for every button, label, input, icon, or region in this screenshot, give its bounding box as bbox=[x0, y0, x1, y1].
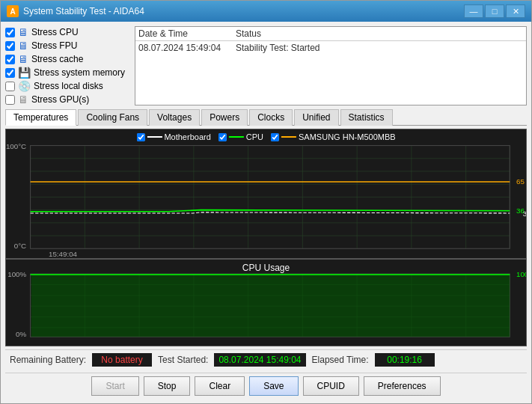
start-button[interactable]: Start bbox=[91, 376, 138, 396]
status-table-header: Date & Time Status bbox=[135, 27, 526, 41]
stress-memory-label: Stress system memory bbox=[34, 67, 125, 78]
top-section: 🖥 Stress CPU 🖥 Stress FPU 🖥 Stress cache… bbox=[5, 26, 527, 105]
checkbox-stress-fpu[interactable]: 🖥 Stress FPU bbox=[5, 40, 129, 52]
datetime-header: Date & Time bbox=[138, 28, 236, 39]
title-bar: A System Stability Test - AIDA64 — □ ✕ bbox=[1, 1, 531, 22]
legend-motherboard: Motherboard bbox=[136, 132, 210, 141]
remaining-battery-value: No battery bbox=[92, 353, 152, 367]
remaining-battery-label: Remaining Battery: bbox=[10, 355, 86, 365]
stress-gpu-checkbox[interactable] bbox=[5, 95, 15, 105]
legend-motherboard-checkbox[interactable] bbox=[136, 133, 144, 141]
legend-cpu-checkbox[interactable] bbox=[218, 133, 227, 141]
close-button[interactable]: ✕ bbox=[506, 4, 525, 18]
test-started-label: Test Started: bbox=[158, 355, 208, 365]
temp-chart-svg: 100°C 0°C 15:49:04 bbox=[6, 129, 526, 258]
legend-cpu: CPU bbox=[218, 132, 263, 141]
tab-temperatures[interactable]: Temperatures bbox=[5, 109, 76, 126]
cpu-usage-chart: CPU Usage bbox=[5, 259, 527, 346]
stress-options: 🖥 Stress CPU 🖥 Stress FPU 🖥 Stress cache… bbox=[5, 26, 129, 105]
temperature-chart: Motherboard CPU SAMSUNG HN-M500MBB bbox=[5, 129, 527, 259]
stop-button[interactable]: Stop bbox=[144, 376, 191, 396]
main-window: A System Stability Test - AIDA64 — □ ✕ 🖥… bbox=[0, 0, 532, 404]
legend-cpu-label: CPU bbox=[246, 132, 263, 141]
tab-clocks[interactable]: Clocks bbox=[249, 109, 293, 126]
app-icon: A bbox=[7, 5, 19, 17]
chart-legend: Motherboard CPU SAMSUNG HN-M500MBB bbox=[136, 132, 395, 141]
checkbox-stress-gpu[interactable]: 🖥 Stress GPU(s) bbox=[5, 94, 129, 105]
tab-cooling-fans[interactable]: Cooling Fans bbox=[78, 109, 147, 126]
stress-disks-label: Stress local disks bbox=[34, 81, 103, 91]
svg-text:65: 65 bbox=[516, 177, 525, 186]
status-row: 08.07.2024 15:49:04 Stability Test: Star… bbox=[135, 41, 526, 55]
tab-powers[interactable]: Powers bbox=[201, 109, 248, 126]
maximize-button[interactable]: □ bbox=[485, 4, 504, 18]
main-content: 🖥 Stress CPU 🖥 Stress FPU 🖥 Stress cache… bbox=[1, 22, 531, 403]
status-table: Date & Time Status 08.07.2024 15:49:04 S… bbox=[135, 26, 527, 105]
svg-text:0%: 0% bbox=[16, 331, 26, 338]
legend-samsung-color bbox=[281, 136, 296, 138]
stress-cpu-label: Stress CPU bbox=[31, 27, 79, 37]
svg-rect-0 bbox=[6, 129, 526, 258]
stress-cpu-checkbox[interactable] bbox=[5, 28, 15, 37]
legend-motherboard-label: Motherboard bbox=[164, 132, 210, 141]
svg-text:100°C: 100°C bbox=[6, 142, 26, 150]
cpuid-button[interactable]: CPUID bbox=[303, 376, 359, 396]
legend-samsung-label: SAMSUNG HN-M500MBB bbox=[299, 132, 396, 141]
checkbox-stress-disks[interactable]: 💿 Stress local disks bbox=[5, 80, 129, 92]
checkbox-stress-cpu[interactable]: 🖥 Stress CPU bbox=[5, 26, 129, 38]
minimize-button[interactable]: — bbox=[464, 4, 483, 18]
tabs-bar: Temperatures Cooling Fans Voltages Power… bbox=[5, 108, 527, 126]
legend-samsung: SAMSUNG HN-M500MBB bbox=[271, 132, 396, 141]
status-text: Stability Test: Started bbox=[236, 43, 320, 53]
checkbox-stress-cache[interactable]: 🖥 Stress cache bbox=[5, 53, 129, 65]
stress-gpu-label: Stress GPU(s) bbox=[31, 94, 89, 105]
svg-text:15:49:04: 15:49:04 bbox=[49, 250, 78, 258]
clear-button[interactable]: Clear bbox=[195, 376, 245, 396]
tab-statistics[interactable]: Statistics bbox=[340, 109, 393, 126]
svg-text:100%: 100% bbox=[7, 272, 26, 278]
action-bar: Start Stop Clear Save CPUID Preferences bbox=[5, 373, 527, 399]
legend-motherboard-color bbox=[147, 136, 162, 138]
status-datetime: 08.07.2024 15:49:04 bbox=[138, 43, 236, 53]
stress-cache-checkbox[interactable] bbox=[5, 55, 15, 64]
svg-text:0°C: 0°C bbox=[14, 242, 26, 250]
window-title: System Stability Test - AIDA64 bbox=[23, 6, 464, 16]
checkbox-stress-memory[interactable]: 💾 Stress system memory bbox=[5, 67, 129, 79]
svg-rect-47 bbox=[31, 275, 510, 337]
elapsed-time-label: Elapsed Time: bbox=[312, 355, 369, 365]
legend-cpu-color bbox=[229, 136, 244, 138]
title-buttons: — □ ✕ bbox=[464, 4, 525, 18]
status-header: Status bbox=[236, 28, 261, 39]
save-button[interactable]: Save bbox=[249, 376, 298, 396]
legend-samsung-checkbox[interactable] bbox=[271, 133, 279, 141]
tab-unified[interactable]: Unified bbox=[294, 109, 338, 126]
tab-voltages[interactable]: Voltages bbox=[149, 109, 200, 126]
bottom-bar: Remaining Battery: No battery Test Start… bbox=[5, 349, 527, 370]
svg-text:100%: 100% bbox=[516, 272, 526, 278]
elapsed-time-value: 00:19:16 bbox=[375, 353, 435, 367]
stress-memory-checkbox[interactable] bbox=[5, 68, 15, 78]
stress-fpu-checkbox[interactable] bbox=[5, 41, 15, 51]
stress-disks-checkbox[interactable] bbox=[5, 82, 15, 91]
preferences-button[interactable]: Preferences bbox=[364, 376, 441, 396]
stress-cache-label: Stress cache bbox=[31, 54, 83, 64]
cpu-chart-svg: 100% 0% 100% bbox=[6, 260, 526, 346]
charts-wrapper: Motherboard CPU SAMSUNG HN-M500MBB bbox=[5, 129, 527, 346]
stress-fpu-label: Stress FPU bbox=[31, 40, 77, 51]
test-started-value: 08.07.2024 15:49:04 bbox=[214, 353, 305, 367]
svg-text:34: 34 bbox=[523, 209, 526, 218]
